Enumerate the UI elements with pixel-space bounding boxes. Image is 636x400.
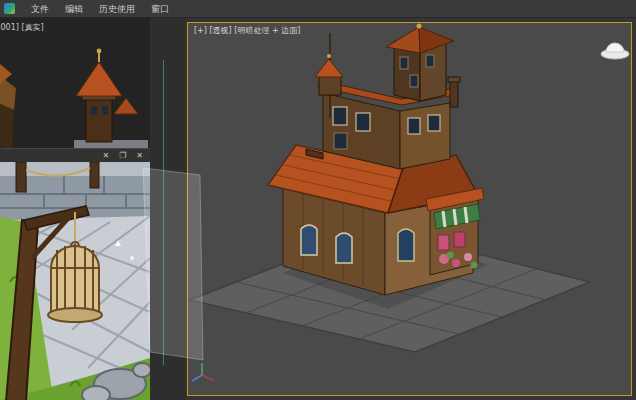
app-logo-icon[interactable]	[4, 3, 15, 14]
active-viewport-frame[interactable]: [+] [透视] [明暗处理 + 边面]	[187, 22, 632, 396]
camera-viewport-label[interactable]: [Camera001] [真实]	[0, 22, 44, 33]
house-model[interactable]	[268, 24, 484, 296]
perspective-viewport[interactable]: [+] [透视] [明暗处理 + 边面]	[186, 18, 636, 400]
window-control-1-icon[interactable]: ✕	[102, 149, 109, 162]
camera-view-tower-model[interactable]	[34, 44, 150, 156]
viewport-label[interactable]: [+] [透视] [明暗处理 + 边面]	[194, 25, 300, 36]
axis-tripod-icon	[192, 363, 214, 381]
window-close-icon[interactable]: ✕	[136, 149, 143, 162]
viewport-divider-strip[interactable]	[150, 18, 186, 400]
viewport-3d-scene[interactable]	[188, 23, 631, 395]
reference-image-window[interactable]: ✕ ❐ ✕	[0, 148, 150, 400]
application-window: 文件 编辑 历史使用 窗口 [Camera001] [真实] ✕	[0, 0, 636, 400]
selection-edge-line	[163, 60, 164, 365]
menu-window[interactable]: 窗口	[151, 0, 169, 18]
window-maximize-icon[interactable]: ❐	[119, 149, 126, 162]
hat-object[interactable]	[601, 43, 629, 59]
menu-edit[interactable]: 编辑	[65, 0, 83, 18]
menu-history[interactable]: 历史使用	[99, 0, 135, 18]
reference-image-titlebar[interactable]: ✕ ❐ ✕	[0, 149, 150, 162]
camera-viewport-panel[interactable]: [Camera001] [真实] ✕ ❐ ✕	[0, 18, 150, 400]
menu-bar: 文件 编辑 历史使用 窗口	[0, 0, 636, 18]
concept-art-image	[0, 162, 150, 400]
menu-file[interactable]: 文件	[31, 0, 49, 18]
